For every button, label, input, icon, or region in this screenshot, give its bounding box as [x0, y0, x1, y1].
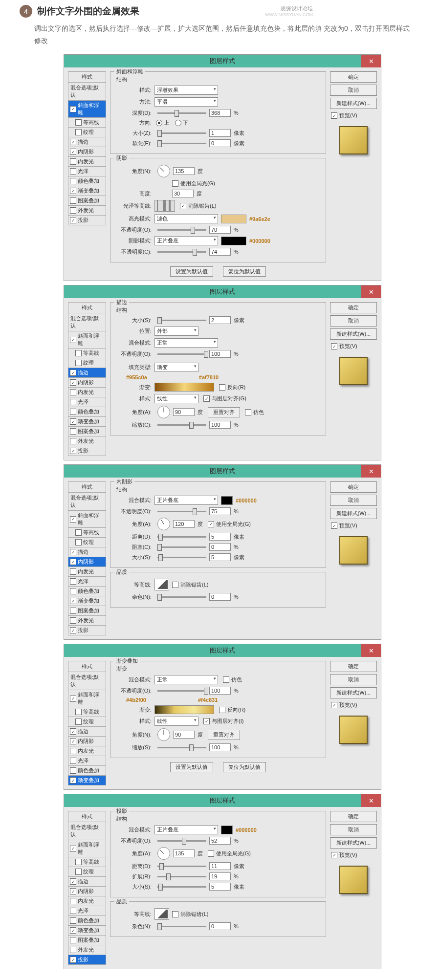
ok-button[interactable]: 确定 [330, 302, 377, 313]
item-color-overlay[interactable]: 颜色叠加 [68, 916, 106, 926]
new-style-button[interactable]: 新建样式(W)... [330, 837, 377, 849]
opacity-slider[interactable] [157, 840, 206, 842]
preview-checkbox[interactable] [331, 852, 337, 858]
checkbox[interactable] [70, 947, 76, 953]
checkbox[interactable] [75, 719, 82, 725]
size-input[interactable]: 5 [209, 553, 231, 561]
altitude-input[interactable]: 30 [172, 190, 194, 197]
checkbox[interactable] [70, 168, 76, 174]
item-color-overlay[interactable]: 颜色叠加 [68, 407, 106, 417]
blend-options[interactable]: 混合选项:默认 [68, 672, 106, 690]
checkbox[interactable] [70, 217, 76, 223]
opacity-input[interactable]: 52 [209, 837, 231, 845]
angle-dial[interactable] [157, 847, 170, 860]
scale-slider[interactable] [157, 424, 206, 426]
checkbox[interactable] [70, 917, 76, 924]
checkbox[interactable] [75, 350, 82, 356]
checkbox[interactable] [70, 139, 76, 145]
item-bevel[interactable]: 斜面和浮雕 [68, 101, 106, 118]
noise-slider[interactable] [157, 596, 206, 598]
checkbox[interactable] [70, 337, 76, 343]
item-contour[interactable]: 等高线 [68, 348, 106, 358]
checkbox[interactable] [70, 178, 76, 184]
soften-input[interactable]: 0 [209, 139, 231, 147]
scale-input[interactable]: 100 [209, 421, 231, 429]
sh-opacity-slider[interactable] [157, 251, 206, 253]
angle-input[interactable]: 120 [173, 520, 195, 528]
item-inner-glow[interactable]: 内发光 [68, 388, 106, 397]
checkbox[interactable] [75, 360, 82, 366]
fill-type-select[interactable]: 渐变 [154, 363, 198, 372]
new-style-button[interactable]: 新建样式(W)... [330, 508, 377, 519]
item-bevel[interactable]: 斜面和浮雕 [68, 511, 106, 528]
hi-opacity-input[interactable]: 70 [209, 226, 231, 234]
item-stroke[interactable]: 描边 [68, 137, 106, 147]
item-inner-shadow[interactable]: 内阴影 [68, 147, 106, 157]
checkbox[interactable] [70, 627, 76, 633]
close-button[interactable]: ✕ [361, 644, 381, 657]
item-inner-glow[interactable]: 内发光 [68, 567, 106, 577]
item-inner-shadow[interactable]: 内阴影 [68, 887, 106, 896]
checkbox[interactable] [70, 777, 76, 784]
item-grad-overlay[interactable]: 渐变叠加 [68, 776, 106, 785]
angle-dial[interactable] [157, 406, 170, 418]
checkbox[interactable] [70, 888, 76, 894]
dither-checkbox[interactable] [223, 676, 229, 683]
item-color-overlay[interactable]: 颜色叠加 [68, 587, 106, 596]
item-drop-shadow[interactable]: 投影 [68, 216, 106, 225]
cancel-button[interactable]: 取消 [330, 674, 377, 685]
checkbox[interactable] [75, 129, 82, 135]
blend-select[interactable]: 正常 [154, 338, 218, 348]
antialias-checkbox[interactable] [172, 582, 178, 588]
item-stroke[interactable]: 描边 [68, 368, 106, 378]
item-grad-overlay[interactable]: 渐变叠加 [68, 417, 106, 427]
checkbox[interactable] [70, 617, 76, 624]
checkbox[interactable] [70, 927, 76, 934]
size-input[interactable]: 1 [209, 129, 231, 137]
checkbox[interactable] [70, 448, 76, 454]
checkbox[interactable] [70, 748, 76, 754]
size-input[interactable]: 2 [209, 316, 231, 324]
size-slider[interactable] [157, 132, 206, 134]
checkbox[interactable] [70, 438, 76, 444]
item-inner-glow[interactable]: 内发光 [68, 896, 106, 906]
item-outer-glow[interactable]: 外发光 [68, 436, 106, 446]
sh-opacity-input[interactable]: 74 [209, 248, 231, 256]
opacity-input[interactable]: 75 [209, 507, 231, 515]
item-satin[interactable]: 光泽 [68, 397, 106, 407]
antialias-checkbox[interactable] [180, 203, 186, 209]
scale-input[interactable]: 100 [209, 743, 231, 751]
global-light-checkbox[interactable] [208, 850, 214, 857]
item-outer-glow[interactable]: 外发光 [68, 616, 106, 626]
checkbox[interactable] [70, 389, 76, 395]
checkbox[interactable] [70, 696, 76, 702]
checkbox[interactable] [70, 568, 76, 575]
size-slider[interactable] [157, 557, 206, 558]
item-drop-shadow[interactable]: 投影 [68, 446, 106, 456]
distance-input[interactable]: 5 [209, 533, 231, 541]
style-select[interactable]: 浮雕效果 [154, 86, 218, 95]
checkbox[interactable] [70, 846, 76, 852]
grad-style-select[interactable]: 线性 [154, 717, 198, 726]
close-button[interactable]: ✕ [361, 55, 381, 67]
soften-slider[interactable] [157, 143, 206, 144]
color-swatch[interactable] [221, 496, 233, 505]
item-outer-glow[interactable]: 外发光 [68, 206, 106, 216]
checkbox[interactable] [70, 957, 76, 963]
checkbox[interactable] [70, 937, 76, 943]
choke-slider[interactable] [157, 546, 206, 548]
item-drop-shadow[interactable]: 投影 [68, 626, 106, 635]
checkbox[interactable] [70, 767, 76, 774]
spread-input[interactable]: 19 [209, 872, 231, 880]
checkbox[interactable] [70, 878, 76, 885]
opacity-slider[interactable] [157, 690, 206, 692]
checkbox[interactable] [75, 539, 82, 545]
dither-checkbox[interactable] [245, 409, 251, 415]
item-drop-shadow[interactable]: 投影 [68, 955, 106, 965]
noise-input[interactable]: 0 [209, 593, 231, 601]
checkbox[interactable] [75, 859, 82, 865]
item-contour[interactable]: 等高线 [68, 528, 106, 538]
checkbox[interactable] [70, 188, 76, 194]
checkbox[interactable] [75, 119, 82, 126]
item-texture[interactable]: 纹理 [68, 717, 106, 727]
